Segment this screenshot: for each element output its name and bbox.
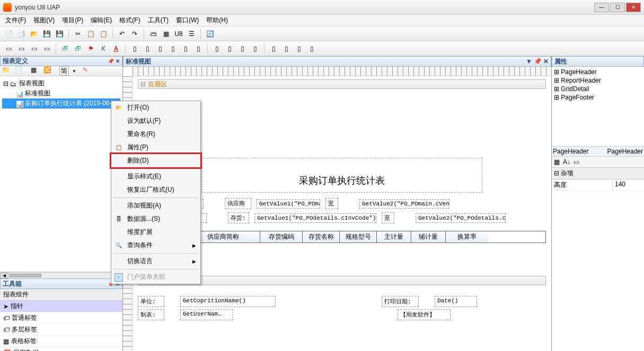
component-datedata[interactable]: 📅日期数据 bbox=[0, 347, 122, 351]
mini-grid-icon[interactable]: ▦ bbox=[31, 66, 40, 76]
author-label[interactable]: 制表: bbox=[138, 309, 164, 320]
collapse-icon[interactable]: ⊟ bbox=[140, 80, 146, 88]
stock-label[interactable]: 存货: bbox=[228, 212, 249, 223]
tb-cut-icon[interactable]: ✂ bbox=[73, 29, 83, 39]
close-button[interactable]: ✕ bbox=[626, 3, 641, 12]
outline-item[interactable]: ⊞ ReportHeader bbox=[554, 76, 642, 85]
mini-folder-icon[interactable]: 📁 bbox=[2, 66, 12, 76]
prop-row-height[interactable]: 高度 140 bbox=[552, 179, 644, 191]
tb-flag-icon[interactable]: ⚑ bbox=[85, 43, 96, 54]
tb-redo-icon[interactable]: ↷ bbox=[129, 29, 140, 39]
scroll-left-icon[interactable]: ◀ bbox=[0, 273, 8, 278]
col-header[interactable]: 存货编码 bbox=[260, 231, 303, 242]
ctx-open[interactable]: 📂打开(O) bbox=[111, 101, 200, 114]
col-header[interactable]: 主计量 bbox=[377, 231, 411, 242]
to-label[interactable]: 至 bbox=[325, 198, 338, 209]
outline-item[interactable]: ⊞ GridDetail bbox=[554, 85, 642, 93]
ctx-data-source[interactable]: 🗄数据源...(S) bbox=[111, 212, 200, 226]
menu-window[interactable]: 窗口(W) bbox=[173, 15, 202, 26]
field-cell[interactable]: 【用友软件】 bbox=[398, 309, 451, 320]
ctx-delete[interactable]: 删除(D) bbox=[110, 152, 202, 169]
menu-file[interactable]: 文件(F) bbox=[2, 15, 29, 26]
col-header[interactable]: 换算率 bbox=[446, 231, 488, 242]
section-outline[interactable]: ⊞ PageHeader ⊞ ReportHeader ⊞ GridDetail… bbox=[552, 67, 644, 146]
tb-row3-icon[interactable]: ▭ bbox=[29, 43, 39, 54]
ctx-switch-language[interactable]: 切换语言▶ bbox=[111, 255, 200, 268]
field-cell[interactable]: Date() bbox=[435, 296, 477, 307]
tb-saveall-icon[interactable]: 💾 bbox=[54, 29, 65, 39]
component-multilabel[interactable]: 🏷多层标签 bbox=[0, 324, 122, 336]
ctx-set-default[interactable]: 设为默认(F) bbox=[111, 114, 200, 128]
ctx-rename[interactable]: 重命名(R) bbox=[111, 128, 200, 141]
tree-item-standard[interactable]: 📊 标准视图 bbox=[2, 88, 120, 98]
tb-space3-icon[interactable]: ▯ bbox=[294, 43, 304, 54]
tb-row1-icon[interactable]: ▭ bbox=[3, 43, 14, 54]
tb-align-l-icon[interactable]: ▯ bbox=[129, 43, 140, 54]
tree-h-scrollbar[interactable]: ◀ ▶ bbox=[0, 272, 122, 278]
supplier-label[interactable]: 供应商 bbox=[225, 198, 251, 209]
prop-group[interactable]: ⊟ 杂项 bbox=[552, 168, 644, 179]
tb-new-icon[interactable]: 📄 bbox=[3, 29, 14, 39]
menu-tools[interactable]: 工具(T) bbox=[145, 15, 172, 26]
tb-space4-icon[interactable]: ▯ bbox=[306, 43, 317, 54]
chevron-down-icon[interactable]: ▼ bbox=[72, 69, 76, 74]
tb-row2-icon[interactable]: ▭ bbox=[16, 43, 27, 54]
header-section-bar[interactable]: ⊟ 页眉区 bbox=[138, 79, 546, 89]
tb-align-c-icon[interactable]: ▯ bbox=[142, 43, 153, 54]
minus-icon[interactable]: ⊟ bbox=[3, 80, 8, 87]
report-title[interactable]: 采购订单执行统计表 bbox=[201, 158, 482, 193]
tb-grid-icon[interactable]: ▦ bbox=[161, 29, 171, 39]
tb-copy2-icon[interactable]: 📋 bbox=[85, 29, 96, 39]
ctx-dimension-ext[interactable]: 维度扩展 bbox=[111, 226, 200, 239]
tb-dist-v-icon[interactable]: ▯ bbox=[224, 43, 235, 54]
field-cell[interactable]: GetCopritionName() bbox=[180, 296, 276, 307]
tb-space1-icon[interactable]: ▯ bbox=[268, 43, 279, 54]
report-tree[interactable]: ⊟ 🗂 报表视图 📊 标准视图 📊 采购订单执行统计表 (2019-06-10 bbox=[0, 76, 122, 272]
pages-icon[interactable]: ▭ bbox=[574, 158, 579, 166]
ctx-display-style[interactable]: 显示样式(E) bbox=[111, 170, 200, 183]
component-group[interactable]: 报表组件 bbox=[0, 289, 122, 301]
field-cell[interactable]: GetValue1("PO_POdetails.cInvCode") bbox=[254, 213, 376, 223]
tb-row4-icon[interactable]: ▭ bbox=[41, 43, 52, 54]
tb-front-icon[interactable]: 🗗 bbox=[60, 43, 70, 54]
menu-project[interactable]: 项目(P) bbox=[59, 15, 86, 26]
mini-sort-icon[interactable]: 🔀 bbox=[43, 66, 53, 76]
tb-paste-icon[interactable]: 📋 bbox=[98, 29, 109, 39]
mini-lang-dropdown[interactable]: 简 bbox=[59, 66, 69, 76]
tb-copy-icon[interactable]: 📑 bbox=[16, 29, 27, 39]
tb-back-icon[interactable]: 🗗 bbox=[73, 43, 83, 54]
field-cell[interactable]: GetValue2("PO_POmain.cVen… bbox=[359, 199, 449, 209]
printdate-label[interactable]: 打印日期: bbox=[382, 296, 419, 307]
tb-save-icon[interactable]: 💾 bbox=[41, 29, 52, 39]
tb-align-r-icon[interactable]: ▯ bbox=[155, 43, 165, 54]
pin-icon[interactable]: 📌 ✕ bbox=[108, 58, 120, 64]
col-header[interactable]: 辅计量 bbox=[411, 231, 446, 242]
menu-format[interactable]: 格式(F) bbox=[116, 15, 143, 26]
tb-refresh-icon[interactable]: 🔄 bbox=[205, 29, 215, 39]
tb-u8-icon[interactable]: U8 bbox=[173, 29, 184, 39]
categorize-icon[interactable]: ▦ bbox=[554, 158, 560, 166]
tb-align-m-icon[interactable]: ▯ bbox=[180, 43, 191, 54]
to-label[interactable]: 至 bbox=[382, 212, 394, 223]
minimize-button[interactable]: — bbox=[594, 3, 609, 12]
component-label[interactable]: 🏷普通标签 bbox=[0, 312, 122, 324]
outline-item[interactable]: ⊞ PageFooter bbox=[554, 93, 642, 102]
tb-undo-icon[interactable]: ↶ bbox=[117, 29, 127, 39]
dropdown-icon[interactable]: ▼ bbox=[526, 58, 532, 65]
pin-icon[interactable]: 📌 bbox=[534, 58, 542, 65]
sort-az-icon[interactable]: A↓ bbox=[563, 158, 570, 166]
mini-wand-icon[interactable]: ✎ bbox=[83, 66, 92, 76]
ctx-query-conditions[interactable]: 🔍查询条件▶ bbox=[111, 239, 200, 252]
tb-space2-icon[interactable]: ▯ bbox=[281, 43, 292, 54]
tb-open-icon[interactable]: 📂 bbox=[29, 29, 39, 39]
prop-value[interactable]: 140 bbox=[612, 179, 644, 191]
tb-dist-h-icon[interactable]: ▯ bbox=[211, 43, 222, 54]
tb-align-b-icon[interactable]: ▯ bbox=[193, 43, 204, 54]
scroll-thumb[interactable] bbox=[10, 274, 41, 277]
tb-align-t-icon[interactable]: ▯ bbox=[167, 43, 178, 54]
tb-k-icon[interactable]: K bbox=[98, 43, 109, 54]
tb-a-icon[interactable]: A bbox=[111, 43, 121, 54]
outline-item[interactable]: ⊞ PageHeader bbox=[554, 68, 642, 76]
tb-db-icon[interactable]: 🗃 bbox=[148, 29, 158, 39]
tb-list-icon[interactable]: ☰ bbox=[186, 29, 197, 39]
